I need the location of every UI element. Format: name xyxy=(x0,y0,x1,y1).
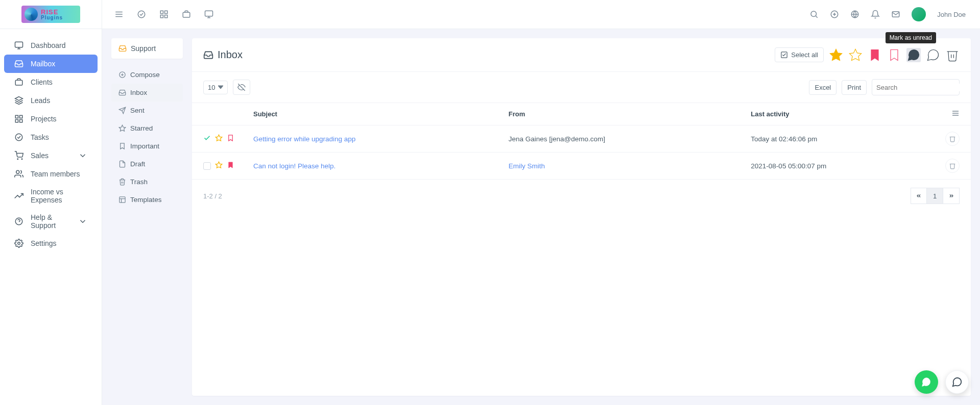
bookmark-filled-icon[interactable] xyxy=(868,48,882,62)
row-delete-icon[interactable] xyxy=(945,132,960,146)
whatsapp-fab[interactable] xyxy=(915,370,938,394)
sidebar-item-dashboard[interactable]: Dashboard xyxy=(4,36,98,55)
sidebar-item-settings[interactable]: Settings xyxy=(4,234,98,252)
layers-icon xyxy=(14,96,23,105)
col-from[interactable]: From xyxy=(504,103,746,125)
columns-menu-icon[interactable] xyxy=(951,111,960,119)
pager-first[interactable] xyxy=(911,188,927,204)
delete-icon[interactable] xyxy=(945,48,960,62)
search-input[interactable] xyxy=(876,84,962,91)
sidebar-item-label: Mailbox xyxy=(31,60,55,68)
row-delete-icon[interactable] xyxy=(945,159,960,173)
topbar-left-icons xyxy=(102,10,213,19)
sidebar-item-tasks[interactable]: Tasks xyxy=(4,128,98,146)
bookmark-icon[interactable] xyxy=(227,161,234,170)
subnav-item-compose[interactable]: Compose xyxy=(111,66,183,84)
mail-icon[interactable] xyxy=(891,10,900,19)
logo-area[interactable]: RISEPlugins xyxy=(0,0,102,29)
briefcase-icon[interactable] xyxy=(182,10,191,19)
row-subject[interactable]: Getting error while upgrading app xyxy=(253,135,355,143)
pager-last[interactable] xyxy=(943,188,960,204)
sidebar-item-sales[interactable]: Sales xyxy=(4,146,98,165)
monitor-icon xyxy=(14,41,23,50)
svg-marker-39 xyxy=(119,125,126,131)
svg-marker-53 xyxy=(216,135,222,141)
table-row[interactable]: Getting error while upgrading app Jena G… xyxy=(192,125,971,153)
checkbox[interactable] xyxy=(203,162,211,170)
menu-icon[interactable] xyxy=(114,10,124,19)
subnav-item-trash[interactable]: Trash xyxy=(111,173,183,191)
pager-page-1[interactable]: 1 xyxy=(927,188,943,204)
bookmark-icon[interactable] xyxy=(227,134,234,143)
username[interactable]: John Doe xyxy=(937,11,966,18)
check-icon[interactable] xyxy=(203,134,211,143)
page-title: Inbox xyxy=(203,49,243,61)
row-last-activity: 2021-08-05 05:00:07 pm xyxy=(751,162,826,170)
subnav-item-draft[interactable]: Draft xyxy=(111,155,183,173)
col-subject[interactable]: Subject xyxy=(248,103,504,125)
svg-marker-44 xyxy=(830,49,842,60)
svg-rect-9 xyxy=(205,11,213,16)
bell-icon[interactable] xyxy=(871,10,880,19)
subnav-item-inbox[interactable]: Inbox xyxy=(111,84,183,102)
sidebar-item-help[interactable]: Help & Support xyxy=(4,209,98,234)
svg-rect-8 xyxy=(183,12,190,17)
sidebar-item-income[interactable]: Income vs Expenses xyxy=(4,183,98,209)
col-last-activity[interactable]: Last activity xyxy=(746,103,940,125)
sidebar-item-label: Sales xyxy=(31,151,49,160)
globe-icon[interactable] xyxy=(850,10,859,19)
svg-point-3 xyxy=(138,11,145,18)
gear-icon xyxy=(14,239,23,248)
monitor-icon[interactable] xyxy=(204,10,213,19)
table-row[interactable]: Can not login! Please help. Emily Smith … xyxy=(192,153,971,180)
hide-icon[interactable] xyxy=(233,80,250,95)
avatar[interactable] xyxy=(912,7,926,21)
page-size-selector[interactable]: 10 xyxy=(203,81,228,94)
sidebar-item-mailbox[interactable]: Mailbox xyxy=(4,55,98,73)
svg-point-35 xyxy=(18,242,20,245)
svg-rect-26 xyxy=(20,115,22,118)
add-icon[interactable] xyxy=(830,10,839,19)
svg-rect-40 xyxy=(119,197,125,202)
range-label: 1-2 / 2 xyxy=(203,192,222,200)
search-field[interactable] xyxy=(872,79,960,95)
pager: 1 xyxy=(911,188,960,204)
sidebar-item-clients[interactable]: Clients xyxy=(4,73,98,91)
search-icon[interactable] xyxy=(809,10,819,19)
svg-line-13 xyxy=(816,16,818,17)
briefcase-icon xyxy=(14,78,23,87)
sidebar-item-projects[interactable]: Projects xyxy=(4,110,98,128)
star-filled-icon[interactable] xyxy=(829,48,843,62)
subnav-item-important[interactable]: Important xyxy=(111,137,183,155)
mark-read-icon[interactable] xyxy=(926,48,940,62)
sidebar-item-label: Settings xyxy=(31,239,57,247)
support-link[interactable]: Support xyxy=(111,38,183,59)
check-circle-icon[interactable] xyxy=(137,10,146,19)
subnav-item-templates[interactable]: Templates xyxy=(111,191,183,209)
row-subject[interactable]: Can not login! Please help. xyxy=(253,162,336,170)
svg-point-31 xyxy=(21,159,22,160)
star-icon[interactable] xyxy=(215,134,223,143)
sidebar-item-leads[interactable]: Leads xyxy=(4,91,98,110)
mark-unread-icon[interactable] xyxy=(906,48,921,62)
svg-rect-7 xyxy=(165,15,168,18)
bookmark-outline-icon[interactable] xyxy=(887,48,901,62)
select-all-button[interactable]: Select all xyxy=(775,47,824,62)
chat-fab[interactable] xyxy=(945,370,969,394)
svg-point-32 xyxy=(16,170,19,173)
export-excel-button[interactable]: Excel xyxy=(809,80,836,95)
star-icon[interactable] xyxy=(215,161,223,170)
sidebar-item-team[interactable]: Team members xyxy=(4,165,98,183)
inbox-icon xyxy=(14,59,23,68)
star-outline-icon[interactable] xyxy=(848,48,863,62)
svg-rect-27 xyxy=(15,120,18,122)
sidebar-item-label: Clients xyxy=(31,78,53,86)
help-icon xyxy=(14,217,23,226)
grid-icon[interactable] xyxy=(159,10,169,19)
svg-rect-23 xyxy=(15,80,22,85)
row-from[interactable]: Emily Smith xyxy=(509,162,545,170)
print-button[interactable]: Print xyxy=(842,80,867,95)
subnav-item-sent[interactable]: Sent xyxy=(111,102,183,119)
subnav-item-starred[interactable]: Starred xyxy=(111,119,183,137)
svg-rect-4 xyxy=(160,11,163,13)
